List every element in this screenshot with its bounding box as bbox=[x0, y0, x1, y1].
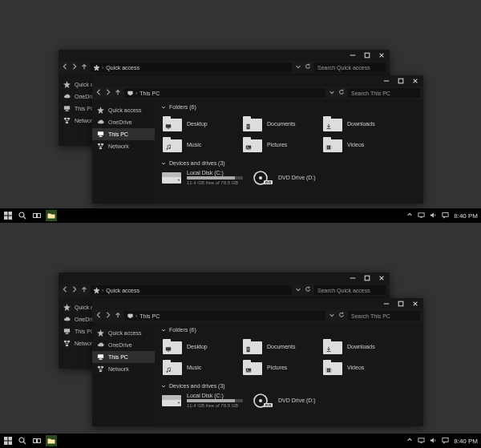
folder-videos[interactable]: Videos bbox=[321, 135, 402, 154]
minimize-button[interactable] bbox=[380, 299, 393, 309]
path-dropdown-icon[interactable] bbox=[295, 286, 301, 294]
refresh-icon[interactable] bbox=[338, 89, 345, 97]
device-local-disk[interactable]: Local Disk (C:) 11.4 GB free of 78.5 GB bbox=[161, 393, 243, 408]
up-arrow-icon[interactable] bbox=[81, 63, 87, 71]
address-path[interactable]: › Quick access bbox=[91, 285, 292, 295]
section-header-folders[interactable]: Folders (6) bbox=[161, 327, 417, 333]
refresh-icon[interactable] bbox=[305, 286, 311, 294]
address-path[interactable]: › This PC bbox=[124, 88, 325, 98]
minimize-button[interactable] bbox=[346, 50, 359, 60]
path-dropdown-icon[interactable] bbox=[295, 63, 301, 71]
sidebar-item-onedrive[interactable]: OneDrive bbox=[92, 116, 155, 128]
forward-arrow-icon[interactable] bbox=[71, 63, 78, 71]
maximize-button[interactable] bbox=[361, 273, 374, 283]
folder-downloads[interactable]: Downloads bbox=[321, 337, 402, 356]
folder-desktop[interactable]: Desktop bbox=[161, 337, 241, 356]
forward-arrow-icon[interactable] bbox=[105, 89, 111, 97]
sidebar-item-this-pc[interactable]: This PC bbox=[92, 351, 155, 363]
volume-tray-icon[interactable] bbox=[430, 212, 437, 220]
taskbar: 8:40 PM bbox=[0, 208, 481, 223]
folder-pictures[interactable]: Pictures bbox=[241, 357, 321, 377]
search-input[interactable]: Search This PC bbox=[348, 311, 420, 321]
close-button[interactable] bbox=[409, 76, 422, 86]
close-button[interactable] bbox=[375, 50, 388, 60]
device-local-disk[interactable]: Local Disk (C:) 11.4 GB free of 78.5 GB bbox=[161, 170, 243, 185]
folder-pictures[interactable]: Pictures bbox=[241, 135, 321, 154]
minimize-button[interactable] bbox=[346, 273, 359, 283]
device-dvd-drive[interactable]: DVD DVD Drive (D:) bbox=[253, 170, 316, 185]
back-arrow-icon[interactable] bbox=[62, 286, 68, 294]
minimize-button[interactable] bbox=[380, 76, 393, 86]
refresh-icon[interactable] bbox=[338, 312, 345, 320]
volume-tray-icon[interactable] bbox=[430, 437, 437, 446]
tray-chevron-icon[interactable] bbox=[406, 437, 413, 445]
svg-rect-3 bbox=[65, 111, 69, 111]
svg-point-80 bbox=[19, 438, 24, 442]
folder-music[interactable]: Music bbox=[161, 357, 241, 377]
maximize-button[interactable] bbox=[361, 50, 374, 60]
back-arrow-icon[interactable] bbox=[95, 89, 102, 97]
address-path[interactable]: › This PC bbox=[124, 311, 325, 321]
svg-rect-42 bbox=[443, 212, 448, 216]
explorer-taskbar-icon[interactable] bbox=[46, 210, 57, 221]
path-dropdown-icon[interactable] bbox=[329, 89, 335, 97]
svg-point-28 bbox=[178, 179, 180, 180]
path-dropdown-icon[interactable] bbox=[329, 312, 335, 320]
close-button[interactable] bbox=[409, 299, 422, 309]
folder-downloads[interactable]: Downloads bbox=[321, 114, 402, 133]
svg-point-19 bbox=[166, 148, 168, 150]
folder-documents[interactable]: Documents bbox=[241, 337, 321, 356]
forward-arrow-icon[interactable] bbox=[105, 312, 111, 320]
breadcrumb: Quick access bbox=[106, 288, 139, 293]
back-arrow-icon[interactable] bbox=[62, 63, 68, 71]
start-button[interactable] bbox=[2, 210, 14, 221]
sidebar-item-network[interactable]: Network bbox=[92, 363, 155, 375]
sidebar-item-this-pc[interactable]: This PC bbox=[92, 128, 155, 140]
network-tray-icon[interactable] bbox=[418, 437, 425, 446]
refresh-icon[interactable] bbox=[305, 63, 311, 71]
sidebar-item-network[interactable]: Network bbox=[92, 140, 155, 152]
explorer-window-front[interactable]: › This PC Search This PC Quick access On… bbox=[92, 75, 423, 204]
back-arrow-icon[interactable] bbox=[95, 312, 102, 320]
task-view-icon[interactable] bbox=[31, 435, 42, 446]
action-center-icon[interactable] bbox=[442, 212, 449, 220]
folder-music[interactable]: Music bbox=[161, 135, 241, 154]
search-input[interactable]: Search This PC bbox=[348, 88, 420, 98]
action-center-icon[interactable] bbox=[442, 437, 449, 446]
task-view-icon[interactable] bbox=[31, 210, 42, 221]
network-tray-icon[interactable] bbox=[418, 212, 425, 220]
search-input[interactable]: Search Quick access bbox=[314, 63, 386, 72]
maximize-button[interactable] bbox=[394, 299, 407, 309]
search-task-icon[interactable] bbox=[17, 435, 28, 446]
device-dvd-drive[interactable]: DVD DVD Drive (D:) bbox=[253, 393, 316, 408]
tray-chevron-icon[interactable] bbox=[406, 212, 413, 220]
forward-arrow-icon[interactable] bbox=[71, 286, 78, 294]
section-header-devices[interactable]: Devices and drives (3) bbox=[161, 160, 417, 166]
device-usage-bar bbox=[187, 399, 243, 402]
taskbar-clock[interactable]: 8:40 PM bbox=[454, 212, 478, 220]
search-input[interactable]: Search Quick access bbox=[314, 285, 386, 295]
folder-documents[interactable]: Documents bbox=[241, 114, 321, 133]
section-header-devices[interactable]: Devices and drives (3) bbox=[161, 383, 417, 389]
sidebar-item-label: Quick access bbox=[108, 107, 142, 113]
explorer-window-front[interactable]: › This PC Search This PC Quick access On… bbox=[92, 298, 423, 426]
folder-desktop[interactable]: Desktop bbox=[161, 114, 241, 133]
taskbar-clock[interactable]: 8:40 PM bbox=[454, 438, 478, 445]
up-arrow-icon[interactable] bbox=[115, 89, 121, 97]
svg-rect-35 bbox=[4, 216, 8, 220]
sidebar-item-onedrive[interactable]: OneDrive bbox=[92, 339, 155, 351]
maximize-button[interactable] bbox=[394, 76, 407, 86]
close-button[interactable] bbox=[375, 273, 388, 283]
up-arrow-icon[interactable] bbox=[81, 286, 87, 294]
explorer-taskbar-icon[interactable] bbox=[46, 435, 57, 446]
address-path[interactable]: › Quick access bbox=[91, 63, 292, 72]
chevron-down-icon bbox=[161, 328, 166, 333]
sidebar-item-quick-access[interactable]: Quick access bbox=[92, 327, 155, 339]
sidebar-item-quick-access[interactable]: Quick access bbox=[92, 104, 155, 116]
section-header-folders[interactable]: Folders (6) bbox=[161, 104, 417, 110]
folder-videos[interactable]: Videos bbox=[321, 357, 402, 377]
up-arrow-icon[interactable] bbox=[115, 312, 121, 320]
search-task-icon[interactable] bbox=[17, 210, 28, 221]
start-button[interactable] bbox=[2, 435, 14, 446]
svg-rect-13 bbox=[98, 143, 100, 145]
